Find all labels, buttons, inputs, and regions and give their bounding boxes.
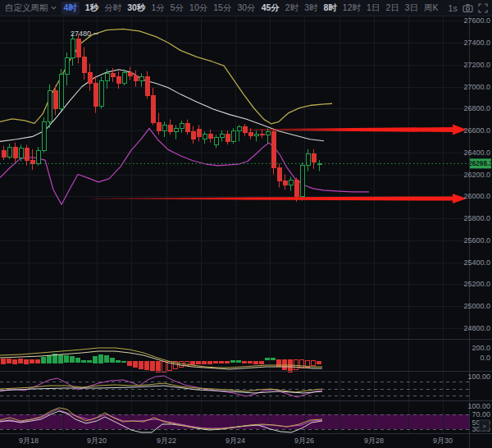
svg-text:26600.0: 26600.0 — [463, 126, 490, 135]
svg-text:25200.0: 25200.0 — [463, 280, 490, 288]
chart-background — [0, 0, 492, 448]
svg-text:70.00: 70.00 — [472, 410, 490, 418]
snapshot-button[interactable] — [462, 3, 473, 13]
interval-12时[interactable]: 12时 — [343, 2, 361, 14]
svg-text:26400.0: 26400.0 — [463, 149, 490, 157]
custom-period-label: 自定义周期 — [5, 2, 48, 14]
chevron-down-icon — [51, 6, 57, 10]
svg-text:26298.3: 26298.3 — [468, 160, 492, 167]
interval-3时[interactable]: 3时 — [304, 2, 317, 14]
svg-text:9月22: 9月22 — [157, 437, 176, 445]
svg-text:9月24: 9月24 — [226, 437, 245, 445]
current-price-tag: 26298.3 — [468, 158, 492, 168]
svg-text:9月28: 9月28 — [364, 437, 384, 445]
interval-周K[interactable]: 周K — [424, 2, 439, 14]
svg-text:27480: 27480 — [71, 30, 91, 38]
interval-1秒[interactable]: 1秒 — [85, 2, 98, 14]
svg-text:26200.0: 26200.0 — [463, 171, 490, 179]
svg-text:200.0: 200.0 — [472, 344, 490, 352]
svg-text:25800.0: 25800.0 — [463, 214, 490, 222]
interval-2时[interactable]: 2时 — [285, 2, 298, 14]
svg-text:9月26: 9月26 — [294, 437, 314, 445]
interval-2日[interactable]: 2日 — [385, 2, 399, 14]
interval-30分[interactable]: 30分 — [237, 2, 255, 14]
svg-text:9月18: 9月18 — [19, 437, 39, 445]
interval-1日[interactable]: 1日 — [367, 2, 380, 14]
chart-app: 26298.327600.027400.027200.027000.026800… — [0, 0, 492, 448]
svg-text:25400.0: 25400.0 — [463, 258, 490, 267]
svg-text:27400.0: 27400.0 — [463, 39, 490, 47]
interval-15分[interactable]: 15分 — [213, 2, 231, 14]
svg-text:26800.0: 26800.0 — [463, 104, 490, 112]
svg-text:24800.0: 24800.0 — [463, 324, 490, 332]
interval-45分[interactable]: 45分 — [262, 2, 280, 14]
interval-5分[interactable]: 5分 — [171, 2, 184, 14]
interval-list: 4时1秒分时30秒1分5分10分15分30分45分2时3时8时12时1日2日3日… — [61, 2, 439, 15]
axis-expand-button[interactable]: > — [479, 420, 490, 431]
interval-10分[interactable]: 10分 — [189, 2, 207, 14]
toolbar: 自定义周期 4时1秒分时30秒1分5分10分15分30分45分2时3时8时12时… — [0, 0, 492, 16]
svg-text:9月30: 9月30 — [433, 437, 453, 445]
svg-text:100.00: 100.00 — [467, 402, 490, 410]
svg-text:27000.0: 27000.0 — [463, 83, 490, 91]
interval-8时[interactable]: 8时 — [324, 2, 337, 14]
svg-text:100.00: 100.00 — [467, 373, 490, 381]
interval-分时[interactable]: 分时 — [104, 2, 121, 14]
fullscreen-button[interactable] — [478, 3, 488, 13]
svg-text:27600.0: 27600.0 — [463, 16, 490, 25]
svg-text:9月20: 9月20 — [87, 437, 107, 445]
interval-4时[interactable]: 4时 — [61, 2, 80, 15]
svg-text:>: > — [482, 423, 486, 430]
interval-1分[interactable]: 1分 — [151, 2, 164, 14]
svg-text:0.0: 0.0 — [480, 354, 490, 362]
fullscreen-icon — [478, 3, 488, 13]
bar-countdown: 1s — [449, 3, 458, 13]
svg-text:25000.0: 25000.0 — [463, 302, 490, 310]
camera-icon — [462, 3, 473, 13]
interval-3日[interactable]: 3日 — [405, 2, 418, 14]
svg-text:25600.0: 25600.0 — [463, 236, 490, 245]
custom-period-menu[interactable]: 自定义周期 — [5, 2, 57, 14]
svg-text:27200.0: 27200.0 — [463, 61, 490, 69]
chart-canvas[interactable]: 26298.327600.027400.027200.027000.026800… — [0, 0, 492, 448]
svg-text:26000.0: 26000.0 — [463, 192, 490, 200]
interval-30秒[interactable]: 30秒 — [127, 2, 145, 14]
